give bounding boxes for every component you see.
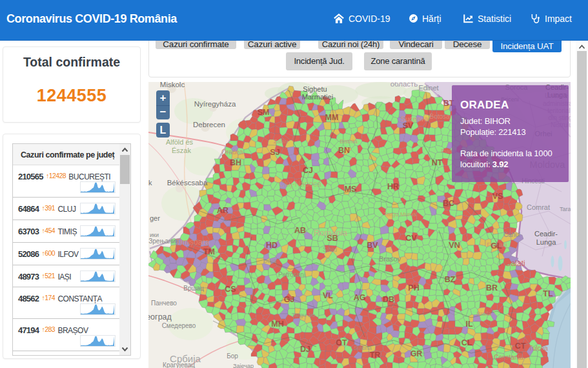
svg-text:PH: PH [408,283,419,292]
svg-text:CT: CT [515,342,526,351]
svg-text:VL: VL [323,291,333,300]
svg-text:Békéscsaba: Békéscsaba [167,179,208,187]
svg-text:Вршац: Вршац [183,285,204,292]
svg-text:Botosani: Botosani [430,113,455,120]
svg-text:TM: TM [203,247,215,256]
svg-text:Comrat: Comrat [527,203,550,211]
svg-text:BC: BC [443,199,454,208]
svg-text:BH: BH [230,158,241,167]
svg-text:Brasov: Brasov [379,255,401,263]
svg-text:Észak: Észak [172,147,191,154]
svg-text:Targu Jiu: Targu Jiu [292,312,316,318]
svg-text:Ceadir-: Ceadir- [534,230,558,238]
svg-text:GR: GR [411,349,423,358]
svg-text:TR: TR [370,351,381,360]
svg-text:BZ: BZ [445,275,456,284]
svg-text:MH: MH [271,320,283,329]
svg-text:Timișoara: Timișoara [176,238,210,247]
svg-text:SV: SV [403,121,414,130]
svg-text:Targu Mures: Targu Mures [384,211,417,218]
svg-text:Lunga: Lunga [536,238,556,246]
svg-text:OT: OT [336,338,347,347]
svg-text:Tulcea: Tulcea [529,345,548,352]
svg-text:CJ: CJ [303,166,313,175]
svg-text:Cahul: Cahul [503,231,520,238]
svg-text:Зајечар: Зајечар [233,363,254,368]
svg-text:AB: AB [294,226,306,235]
svg-text:Debrecen: Debrecen [193,121,225,128]
svg-text:BR: BR [486,283,498,292]
svg-text:еоград: еоград [148,312,172,322]
svg-text:Deva: Deva [263,258,276,264]
svg-text:SJ: SJ [270,148,279,157]
svg-text:GL: GL [491,241,502,250]
svg-text:Slatina: Slatina [354,345,372,351]
svg-text:NT: NT [432,158,443,167]
svg-text:BV: BV [367,241,378,250]
svg-text:Крагујевац: Крагујевац [163,362,195,368]
svg-text:DB: DB [383,295,394,304]
svg-text:Edinet: Edinet [418,84,438,92]
svg-text:Marmatiei: Marmatiei [302,93,333,101]
svg-text:CS: CS [225,285,236,294]
svg-text:Nyíregyháza: Nyíregyháza [194,100,236,108]
svg-text:CL: CL [461,338,472,347]
svg-text:SB: SB [327,234,338,243]
svg-text:Cluj-Napoca: Cluj-Napoca [279,179,321,189]
svg-text:Braila: Braila [476,311,491,317]
svg-text:SM: SM [258,108,270,117]
svg-text:Miskolc: Miskolc [160,82,185,88]
svg-text:VN: VN [449,241,460,250]
svg-text:TL: TL [543,289,553,298]
svg-text:Tarac: Tarac [560,206,571,212]
svg-text:Zalau: Zalau [274,138,289,145]
svg-text:область: область [390,82,418,88]
svg-text:Petrosani: Petrosani [278,271,305,278]
svg-text:MS: MS [345,185,357,194]
svg-text:MM: MM [325,113,339,122]
svg-text:Alföld és: Alföld és [166,138,194,146]
svg-text:Bistrita: Bistrita [340,138,358,145]
svg-text:ger: ger [150,214,160,222]
svg-text:Бор: Бор [227,353,238,360]
svg-text:Панчево: Панчево [151,300,177,307]
svg-text:IL: IL [465,320,472,329]
svg-text:Sibiu: Sibiu [323,246,337,253]
svg-text:AR: AR [217,206,228,215]
svg-text:Constanta: Constanta [494,354,523,361]
svg-text:ики: ики [150,232,159,238]
svg-text:BN: BN [338,146,350,155]
svg-text:DJ: DJ [300,345,310,354]
svg-text:Sighetu: Sighetu [303,85,327,93]
svg-text:Oradea: Oradea [221,148,243,156]
svg-text:Зрењанин: Зрењанин [148,238,179,245]
svg-text:VS: VS [492,192,503,201]
svg-text:k: k [148,179,152,187]
svg-text:CV: CV [405,234,417,243]
svg-text:GJ: GJ [284,295,295,304]
svg-text:Смедерево: Смедерево [162,322,196,329]
svg-text:HD: HD [266,241,278,250]
svg-text:AG: AG [354,293,366,302]
svg-text:HR: HR [387,182,399,191]
svg-text:Galati: Galati [505,259,525,268]
